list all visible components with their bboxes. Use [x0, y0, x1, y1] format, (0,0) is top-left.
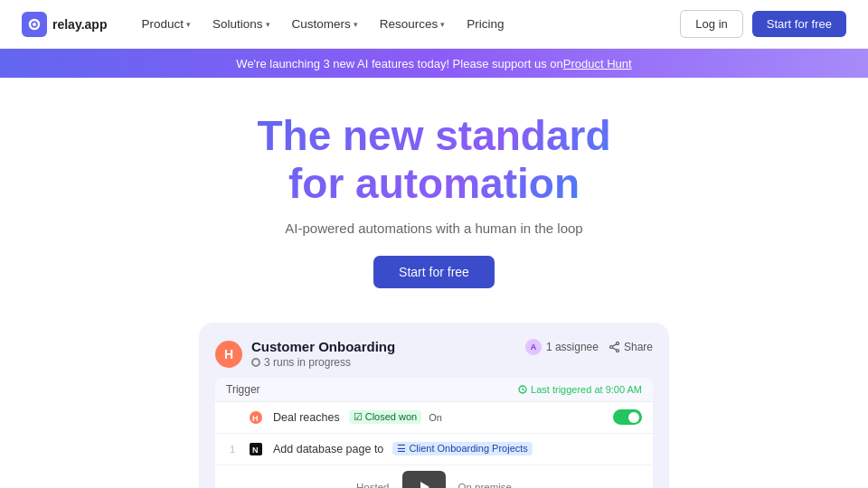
svg-line-5: [612, 343, 617, 346]
hero-title: The new standard for automation: [257, 112, 610, 208]
play-button[interactable]: [402, 471, 446, 488]
nav-resources[interactable]: Resources ▾: [371, 12, 455, 36]
demo-workflow-title: Customer Onboarding: [251, 339, 395, 354]
nav-customers[interactable]: Customers ▾: [283, 12, 367, 36]
nav-actions: Log in Start for free: [680, 10, 846, 38]
chevron-down-icon: ▾: [266, 20, 270, 29]
logo-icon: [22, 12, 47, 37]
nav-pricing[interactable]: Pricing: [458, 12, 513, 36]
login-button[interactable]: Log in: [680, 10, 742, 38]
on-label: On: [429, 412, 442, 423]
trigger-label: Trigger: [226, 383, 260, 396]
demo-header-right: A 1 assignee Share: [525, 339, 653, 355]
progress-icon: [251, 358, 260, 367]
svg-point-1: [33, 23, 36, 26]
on-premise-label: On premise: [458, 482, 512, 488]
hubspot-icon: H: [248, 409, 264, 426]
nav-items: Product ▾ Solutions ▾ Customers ▾ Resour…: [132, 12, 680, 36]
trigger-time: Last triggered at 9:00 AM: [518, 384, 642, 395]
toggle-on[interactable]: [613, 409, 642, 425]
chevron-down-icon: ▾: [440, 20, 445, 29]
demo-header: H Customer Onboarding 3 runs in progress…: [215, 339, 653, 369]
product-hunt-link[interactable]: Product Hunt: [563, 57, 632, 70]
banner-text: We're launching 3 new AI features today!…: [236, 57, 562, 70]
demo-section: H Customer Onboarding 3 runs in progress…: [0, 306, 868, 488]
svg-text:H: H: [252, 414, 259, 423]
notion-icon: N: [248, 441, 264, 457]
share-button[interactable]: Share: [609, 341, 653, 353]
nav-solutions[interactable]: Solutions ▾: [203, 12, 279, 36]
hero-cta-button[interactable]: Start for free: [373, 256, 495, 288]
workflow-row-deal: H Deal reaches ☑ Closed won On: [215, 402, 653, 434]
assignee-badge[interactable]: A 1 assignee: [525, 339, 599, 355]
row-num: 1: [226, 444, 239, 455]
logo-text: relay.app: [52, 17, 107, 32]
demo-header-left: H Customer Onboarding 3 runs in progress: [215, 339, 395, 369]
hubspot-logo: H: [215, 341, 242, 368]
demo-title-group: Customer Onboarding 3 runs in progress: [251, 339, 395, 369]
chevron-down-icon: ▾: [186, 20, 191, 29]
demo-card: H Customer Onboarding 3 runs in progress…: [199, 323, 669, 488]
tag-closed-won: ☑ Closed won: [349, 410, 422, 424]
navbar: relay.app Product ▾ Solutions ▾ Customer…: [0, 0, 868, 49]
svg-line-6: [612, 348, 617, 351]
svg-text:N: N: [252, 446, 259, 455]
svg-marker-12: [420, 482, 429, 488]
tag-client-onboarding: ☰ Client Onboarding Projects: [392, 442, 533, 455]
workflow-row-add-db: 1 N Add database page to ☰ Client Onboar…: [215, 434, 653, 465]
start-for-free-button[interactable]: Start for free: [752, 11, 846, 37]
announcement-banner: We're launching 3 new AI features today!…: [0, 49, 868, 78]
logo[interactable]: relay.app: [22, 12, 107, 37]
chevron-down-icon: ▾: [354, 20, 358, 29]
svg-point-4: [609, 345, 612, 348]
demo-workflow-subtitle: 3 runs in progress: [251, 356, 395, 369]
trigger-row: Trigger Last triggered at 9:00 AM: [215, 378, 653, 402]
hero-section: The new standard for automation AI-power…: [0, 78, 868, 306]
hosted-label: Hosted: [356, 482, 389, 488]
workflow-row-video: Hosted On premise: [215, 465, 653, 488]
nav-product[interactable]: Product ▾: [132, 12, 200, 36]
workflow-table: Trigger Last triggered at 9:00 AM H Deal…: [215, 378, 653, 488]
hero-subtitle: AI-powered automations with a human in t…: [285, 221, 582, 236]
avatar: A: [525, 339, 542, 355]
